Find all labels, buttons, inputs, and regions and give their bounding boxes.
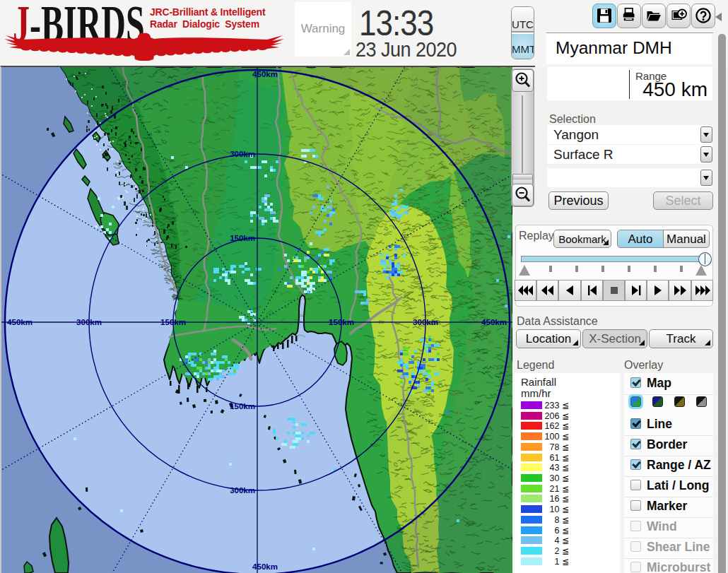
svg-text:450km: 450km <box>7 318 33 326</box>
svg-text:450km: 450km <box>481 318 507 326</box>
svg-text:150km: 150km <box>160 318 186 326</box>
svg-text:150km: 150km <box>230 234 255 242</box>
svg-text:450km: 450km <box>252 70 278 78</box>
svg-text:300km: 300km <box>230 150 255 158</box>
svg-text:300km: 300km <box>230 486 255 495</box>
svg-text:300km: 300km <box>76 318 102 326</box>
svg-text:150km: 150km <box>230 402 255 410</box>
svg-text:450km: 450km <box>252 562 278 571</box>
svg-text:150km: 150km <box>329 318 354 326</box>
svg-text:300km: 300km <box>413 318 438 326</box>
